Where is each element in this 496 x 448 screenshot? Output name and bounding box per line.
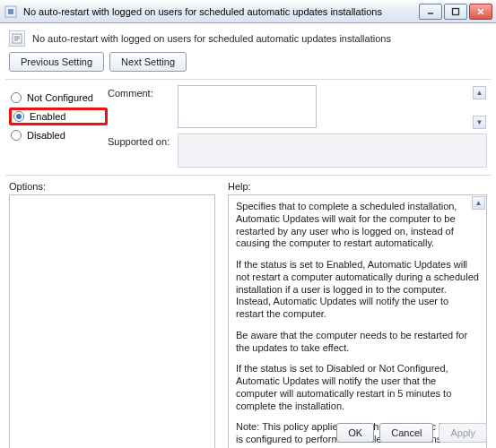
help-paragraph: Specifies that to complete a scheduled i… (236, 201, 479, 250)
help-paragraph: If the status is set to Enabled, Automat… (236, 259, 479, 321)
help-paragraph: If the status is set to Disabled or Not … (236, 363, 479, 412)
help-box[interactable]: Specifies that to complete a scheduled i… (228, 194, 487, 448)
maximize-button[interactable] (444, 4, 467, 20)
radio-dot-icon (11, 92, 22, 103)
help-paragraph: Be aware that the computer needs to be r… (236, 330, 479, 355)
help-label: Help: (228, 181, 487, 192)
radio-label: Not Configured (27, 92, 93, 103)
titlebar: No auto-restart with logged on users for… (0, 0, 496, 23)
radio-label: Enabled (30, 111, 65, 122)
upper-area: Not Configured Enabled Disabled Comment:… (0, 80, 496, 175)
comment-row: Comment: ▲ ▼ (108, 85, 487, 130)
svg-rect-1 (8, 9, 13, 14)
comment-column: Comment: ▲ ▼ Supported on: (108, 85, 487, 171)
cancel-button[interactable]: Cancel (379, 423, 433, 443)
footer-buttons: OK Cancel Apply (336, 423, 487, 443)
scroll-up-icon[interactable]: ▲ (473, 86, 486, 99)
svg-rect-3 (453, 8, 459, 14)
window-title: No auto-restart with logged on users for… (23, 6, 417, 17)
supported-box (178, 134, 487, 168)
radio-dot-icon (11, 130, 22, 141)
radio-disabled[interactable]: Disabled (9, 126, 108, 144)
close-button[interactable] (469, 4, 492, 20)
comment-label: Comment: (108, 85, 178, 130)
policy-name: No auto-restart with logged on users for… (32, 33, 391, 44)
policy-icon (9, 30, 25, 47)
help-pane: Help: Specifies that to complete a sched… (228, 181, 487, 448)
state-radios: Not Configured Enabled Disabled (9, 85, 108, 171)
minimize-button[interactable] (419, 4, 442, 20)
options-box (9, 194, 215, 448)
ok-button[interactable]: OK (336, 423, 374, 443)
supported-label: Supported on: (108, 134, 178, 168)
previous-setting-button[interactable]: Previous Setting (9, 52, 104, 72)
options-pane: Options: (9, 181, 215, 448)
radio-label: Disabled (27, 130, 65, 141)
nav-row: Previous Setting Next Setting (0, 52, 496, 79)
radio-enabled[interactable]: Enabled (9, 108, 108, 125)
window-controls (417, 4, 492, 20)
scroll-up-icon[interactable]: ▲ (472, 196, 485, 210)
radio-not-configured[interactable]: Not Configured (9, 89, 108, 107)
comment-textarea[interactable] (178, 85, 317, 128)
radio-dot-icon (13, 111, 24, 122)
lower-area: Options: Help: Specifies that to complet… (0, 176, 496, 448)
options-label: Options: (9, 181, 215, 192)
next-setting-button[interactable]: Next Setting (109, 52, 187, 72)
apply-button[interactable]: Apply (439, 423, 487, 443)
scroll-down-icon[interactable]: ▼ (473, 116, 486, 129)
supported-row: Supported on: (108, 134, 487, 168)
app-icon (4, 4, 18, 19)
policy-header: No auto-restart with logged on users for… (0, 23, 496, 52)
